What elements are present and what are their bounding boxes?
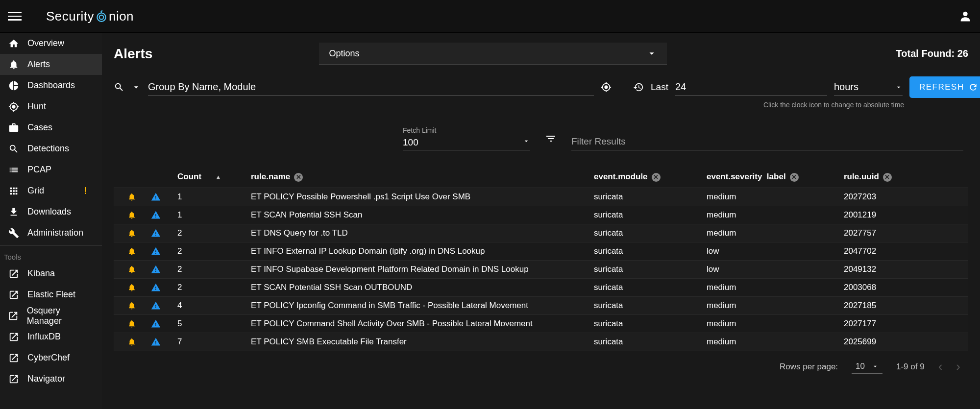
tool-link-navigator[interactable]: Navigator xyxy=(0,368,102,389)
sidebar-item-detections[interactable]: Detections xyxy=(0,138,102,159)
table-row[interactable]: 4ET POLICY Ipconfig Command in SMB Traff… xyxy=(114,297,968,315)
prev-page-button[interactable]: ‹ xyxy=(938,359,943,374)
time-prefix-label: Last xyxy=(651,82,668,93)
refresh-button[interactable]: REFRESH xyxy=(909,76,980,98)
cell-rule-uuid: 2047702 xyxy=(839,242,968,261)
warning-triangle-icon[interactable] xyxy=(151,210,161,220)
cell-count: 2 xyxy=(172,279,246,297)
cell-count: 1 xyxy=(172,188,246,206)
warning-triangle-icon[interactable] xyxy=(151,192,161,202)
sidebar-item-downloads[interactable]: Downloads xyxy=(0,201,102,222)
table-row[interactable]: 2ET INFO External IP Lookup Domain (ipif… xyxy=(114,242,968,261)
warning-triangle-icon[interactable] xyxy=(151,337,161,347)
target-icon[interactable] xyxy=(601,82,612,93)
filter-icon xyxy=(545,133,557,144)
bell-icon[interactable] xyxy=(127,301,136,310)
remove-column-icon[interactable]: ✕ xyxy=(790,173,799,182)
tool-link-osquery-manager[interactable]: Osquery Manager xyxy=(0,305,102,326)
col-count[interactable]: Count▲ xyxy=(172,166,246,188)
table-row[interactable]: 1ET SCAN Potential SSH Scansuricatamediu… xyxy=(114,206,968,224)
cell-rule-name: ET POLICY Command Shell Activity Over SM… xyxy=(246,315,589,333)
warning-triangle-icon[interactable] xyxy=(151,228,161,238)
tool-link-influxdb[interactable]: InfluxDB xyxy=(0,326,102,347)
tool-link-cyberchef[interactable]: CyberChef xyxy=(0,347,102,368)
cell-severity: medium xyxy=(702,315,839,333)
sidebar-item-administration[interactable]: Administration xyxy=(0,222,102,243)
table-row[interactable]: 1ET POLICY Possible Powershell .ps1 Scri… xyxy=(114,188,968,206)
query-input[interactable] xyxy=(148,78,594,96)
sidebar-item-dashboards[interactable]: Dashboards xyxy=(0,75,102,96)
cell-rule-uuid: 2049132 xyxy=(839,261,968,279)
remove-column-icon[interactable]: ✕ xyxy=(294,173,303,182)
bell-icon[interactable] xyxy=(127,337,136,346)
bell-icon[interactable] xyxy=(127,211,136,219)
query-row: Last hours REFRESH xyxy=(102,69,980,98)
bell-icon[interactable] xyxy=(127,192,136,201)
col-severity[interactable]: event.severity_label✕ xyxy=(702,166,839,188)
bell-icon[interactable] xyxy=(127,265,136,274)
target-icon xyxy=(8,101,20,113)
rows-per-page-select[interactable]: 10 xyxy=(852,360,882,374)
cell-rule-uuid: 2027185 xyxy=(839,297,968,315)
sidebar-item-hunt[interactable]: Hunt xyxy=(0,96,102,117)
warning-triangle-icon[interactable] xyxy=(151,246,161,256)
sort-asc-icon: ▲ xyxy=(215,173,221,181)
cell-rule-name: ET DNS Query for .to TLD xyxy=(246,224,589,242)
menu-toggle-button[interactable] xyxy=(8,9,22,23)
table-row[interactable]: 2ET SCAN Potential SSH Scan OUTBOUNDsuri… xyxy=(114,279,968,297)
time-value-input[interactable] xyxy=(675,78,827,96)
cell-severity: low xyxy=(702,261,839,279)
query-dropdown-icon[interactable] xyxy=(131,82,141,93)
remove-column-icon[interactable]: ✕ xyxy=(652,173,661,182)
bell-icon xyxy=(8,59,20,71)
next-page-button[interactable]: › xyxy=(956,359,960,374)
cell-event-module: suricata xyxy=(589,315,702,333)
bell-icon[interactable] xyxy=(127,319,136,328)
table-row[interactable]: 2ET DNS Query for .to TLDsuricatamedium2… xyxy=(114,224,968,242)
sidebar-item-pcap[interactable]: PCAP xyxy=(0,159,102,180)
col-event-module[interactable]: event.module✕ xyxy=(589,166,702,188)
cell-rule-uuid: 2027203 xyxy=(839,188,968,206)
sidebar-item-overview[interactable]: Overview xyxy=(0,33,102,54)
warning-triangle-icon[interactable] xyxy=(151,283,161,292)
sidebar-item-label: PCAP xyxy=(27,165,51,175)
tool-label: Elastic Fleet xyxy=(27,289,75,300)
external-link-icon xyxy=(8,310,19,322)
filter-row: Fetch Limit 100 xyxy=(102,109,980,156)
warning-triangle-icon[interactable] xyxy=(151,319,161,329)
tool-link-kibana[interactable]: Kibana xyxy=(0,263,102,284)
table-row[interactable]: 7ET POLICY SMB Executable File Transfers… xyxy=(114,333,968,351)
time-unit-select[interactable]: hours xyxy=(834,78,903,96)
col-rule-name[interactable]: rule.name✕ xyxy=(246,166,589,188)
cell-severity: medium xyxy=(702,297,839,315)
bell-icon[interactable] xyxy=(127,247,136,256)
cell-event-module: suricata xyxy=(589,206,702,224)
cell-rule-name: ET POLICY SMB Executable File Transfer xyxy=(246,333,589,351)
cell-severity: medium xyxy=(702,333,839,351)
table-row[interactable]: 2ET INFO Supabase Development Platform R… xyxy=(114,261,968,279)
bell-icon[interactable] xyxy=(127,229,136,238)
warning-triangle-icon[interactable] xyxy=(151,301,161,311)
clock-history-icon[interactable] xyxy=(633,82,644,93)
cell-rule-uuid: 2025699 xyxy=(839,333,968,351)
fetch-limit-value: 100 xyxy=(403,137,418,148)
brand-text-1: Security xyxy=(46,9,94,24)
refresh-label: REFRESH xyxy=(919,82,964,92)
sidebar-item-grid[interactable]: Grid! xyxy=(0,180,102,201)
remove-column-icon[interactable]: ✕ xyxy=(883,173,892,182)
search-icon[interactable] xyxy=(114,82,124,93)
bell-icon[interactable] xyxy=(127,283,136,292)
user-menu-button[interactable] xyxy=(958,9,972,23)
sidebar-item-cases[interactable]: Cases xyxy=(0,117,102,138)
table-row[interactable]: 5ET POLICY Command Shell Activity Over S… xyxy=(114,315,968,333)
fetch-limit-select[interactable]: 100 xyxy=(403,135,530,150)
cell-severity: medium xyxy=(702,279,839,297)
tool-link-elastic-fleet[interactable]: Elastic Fleet xyxy=(0,284,102,305)
sidebar-item-alerts[interactable]: Alerts xyxy=(0,54,102,75)
svg-point-2 xyxy=(963,12,967,16)
col-rule-uuid[interactable]: rule.uuid✕ xyxy=(839,166,968,188)
cell-rule-uuid: 2027757 xyxy=(839,224,968,242)
options-dropdown[interactable]: Options xyxy=(319,43,667,65)
filter-results-input[interactable] xyxy=(571,133,963,150)
warning-triangle-icon[interactable] xyxy=(151,265,161,274)
